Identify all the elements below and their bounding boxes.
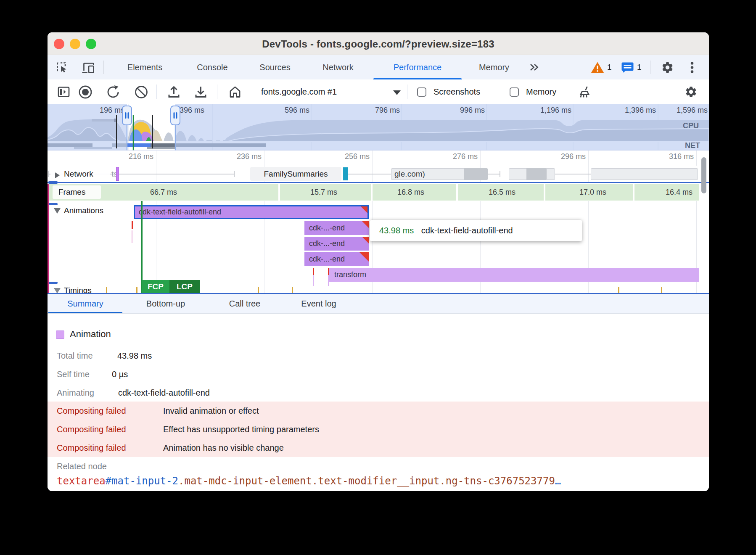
warning-icon[interactable]	[591, 61, 604, 74]
history-dropdown-arrow-icon[interactable]	[393, 90, 401, 95]
record-icon[interactable]	[78, 85, 93, 99]
network-request-tick[interactable]	[116, 167, 119, 181]
fcp-marker-line	[141, 201, 143, 293]
animation-tick	[328, 275, 329, 286]
ruler-tick-label: 256 ms	[336, 152, 370, 161]
warning-label: Compositing failed	[57, 402, 126, 420]
load-profile-icon[interactable]	[167, 85, 181, 99]
window-title: DevTools - fonts.google.com/?preview.siz…	[48, 38, 709, 50]
reload-and-record-icon[interactable]	[106, 85, 120, 99]
inspect-element-icon[interactable]	[56, 61, 68, 74]
timings-track-label[interactable]: Timings	[64, 286, 92, 293]
save-profile-icon[interactable]	[194, 85, 208, 99]
compositing-failed-corner-icon	[362, 237, 369, 243]
network-request-label[interactable]: FamilySummaries	[250, 167, 341, 181]
tab-elements[interactable]: Elements	[108, 55, 181, 79]
svg-text:396 ms: 396 ms	[180, 106, 204, 114]
compositing-failed-corner-icon	[362, 221, 369, 228]
settings-gear-icon[interactable]	[661, 61, 674, 74]
tab-memory[interactable]: Memory	[465, 55, 523, 79]
animation-tick	[313, 268, 314, 275]
svg-text:1,396 ms: 1,396 ms	[625, 106, 656, 114]
network-track-label: Network	[55, 169, 93, 178]
capture-settings-gear-icon[interactable]	[685, 85, 698, 98]
track-scroll-indicator	[48, 282, 58, 284]
toggle-sidebar-icon[interactable]	[57, 85, 70, 98]
network-track: ts Network FamilySummaries gle.com)	[48, 166, 709, 182]
tab-network[interactable]: Network	[307, 55, 370, 79]
fcp-badge[interactable]: FCP	[142, 280, 169, 293]
svg-text:1,196 ms: 1,196 ms	[540, 106, 571, 114]
tooltip-name: cdk-text-field-autofill-end	[421, 226, 513, 235]
ruler-tick-label: 296 ms	[552, 152, 586, 161]
summary-row-label: Animating	[57, 384, 118, 401]
summary-row-label: Self time	[57, 366, 112, 383]
track-scroll-indicator	[48, 203, 58, 205]
active-details-tab-underline	[48, 312, 122, 313]
transform-animation-bar[interactable]: transform	[329, 268, 699, 282]
lcp-badge[interactable]: LCP	[169, 280, 200, 293]
related-node-link[interactable]: textarea#mat-input-2.mat-mdc-input-eleme…	[57, 473, 561, 489]
frame-duration: 15.7 ms	[306, 184, 341, 201]
collapse-timings-track-icon[interactable]	[54, 288, 61, 293]
timing-tick	[618, 287, 619, 293]
summary-row-label: Total time	[57, 347, 117, 364]
compositing-warning-row: Compositing failed Invalid animation or …	[48, 402, 709, 420]
tab-bottom-up[interactable]: Bottom-up	[128, 294, 203, 313]
tab-sources[interactable]: Sources	[243, 55, 307, 79]
frames-track-label[interactable]: Frames	[53, 185, 101, 199]
summary-row: Total time43.98 ms	[57, 347, 152, 364]
frame-duration: 16.4 ms	[661, 184, 697, 201]
warning-reason: Effect has unsupported timing parameters	[163, 420, 319, 439]
svg-text:796 ms: 796 ms	[375, 106, 400, 114]
animation-event-bar[interactable]: cdk-...-end	[304, 252, 369, 266]
kebab-menu-icon[interactable]	[690, 61, 694, 74]
compositing-warning-row: Compositing failed Animation has no visi…	[48, 439, 709, 457]
tab-call-tree[interactable]: Call tree	[215, 294, 275, 313]
window-titlebar: DevTools - fonts.google.com/?preview.siz…	[48, 32, 709, 55]
frame-duration: 66.7 ms	[146, 184, 181, 201]
memory-checkbox[interactable]	[510, 87, 519, 97]
animations-track-label[interactable]: Animations	[64, 206, 103, 215]
home-icon[interactable]	[228, 85, 242, 99]
tab-event-log[interactable]: Event log	[285, 294, 352, 313]
summary-row: Self time0 µs	[57, 366, 128, 383]
animation-tooltip: 43.98 ms cdk-text-field-autofill-end	[370, 220, 582, 241]
compositing-failed-corner-icon	[359, 252, 369, 262]
summary-row-value: cdk-text-field-autofill-end	[118, 388, 210, 397]
expand-network-track-icon[interactable]	[55, 172, 60, 178]
animation-event-bar-selected[interactable]: cdk-text-field-autofill-end	[134, 205, 369, 219]
clear-icon[interactable]	[134, 85, 148, 99]
animation-legend-swatch	[56, 330, 64, 339]
warning-label: Compositing failed	[57, 439, 126, 457]
animation-event-bar[interactable]: cdk-...-end	[304, 237, 369, 251]
timeline-overview[interactable]: 196 ms 396 ms 596 ms 796 ms 996 ms 1,196…	[48, 104, 709, 151]
screenshots-checkbox[interactable]	[417, 87, 426, 97]
timing-tick	[136, 287, 137, 293]
svg-text:596 ms: 596 ms	[285, 106, 309, 114]
tab-console[interactable]: Console	[181, 55, 243, 79]
devtools-tabbar: Elements Console Sources Network Perform…	[48, 55, 709, 79]
history-target-select[interactable]: fonts.google.com #1	[261, 79, 337, 104]
network-pane-divider[interactable]	[48, 182, 709, 183]
network-track-header[interactable]: Network	[50, 167, 110, 181]
summary-row-value: 43.98 ms	[117, 351, 152, 360]
tab-performance[interactable]: Performance	[370, 55, 465, 79]
network-request-bar[interactable]	[591, 168, 698, 180]
network-request-bar-teal[interactable]	[343, 167, 348, 180]
vertical-scrollbar-thumb[interactable]	[701, 157, 706, 193]
frame-duration: 17.0 ms	[575, 184, 611, 201]
tab-summary[interactable]: Summary	[48, 294, 122, 313]
warning-count: 1	[607, 55, 612, 79]
gc-broom-icon[interactable]	[576, 85, 592, 99]
more-tabs-icon[interactable]	[528, 62, 541, 73]
animation-event-bar[interactable]: cdk-...-end	[304, 221, 369, 235]
devtools-window: DevTools - fonts.google.com/?preview.siz…	[48, 32, 709, 491]
screenshots-checkbox-label[interactable]: Screenshots	[434, 79, 480, 104]
ruler-tick-label: 236 ms	[228, 152, 262, 161]
issues-icon[interactable]	[621, 62, 634, 73]
collapse-animations-track-icon[interactable]	[54, 208, 61, 214]
device-toolbar-icon[interactable]	[82, 62, 95, 74]
node-ellipsis: …	[555, 475, 561, 487]
memory-checkbox-label[interactable]: Memory	[526, 79, 556, 104]
